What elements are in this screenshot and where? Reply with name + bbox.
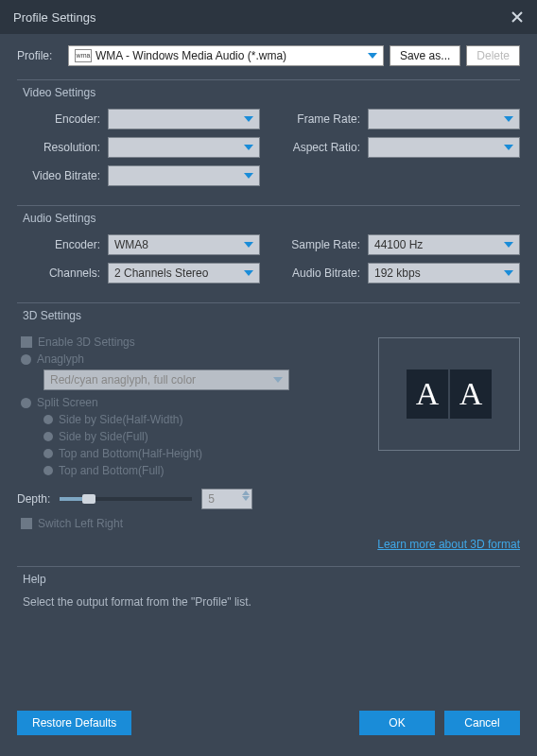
split-screen-radio[interactable]: Split Screen [21,396,363,409]
chevron-down-icon [244,270,253,276]
sample-rate-label: Sample Rate: [277,238,368,251]
slider-thumb-icon [82,494,95,504]
chevron-down-icon [273,377,283,383]
video-bitrate-label: Video Bitrate: [17,169,108,182]
channels-select[interactable]: 2 Channels Stereo [108,263,260,284]
radio-icon [43,415,53,424]
resolution-label: Resolution: [17,141,108,154]
learn-more-3d-link[interactable]: Learn more about 3D format [377,538,520,551]
3d-preview: A A [378,337,520,451]
radio-icon [21,398,31,408]
sbs-half-radio[interactable]: Side by Side(Half-Width) [43,413,363,426]
preview-left-a: A [407,369,448,419]
spinner-down-icon [242,496,250,501]
ok-button[interactable]: OK [359,711,435,735]
chevron-down-icon [244,173,253,179]
checkbox-icon [21,336,32,348]
tab-full-radio[interactable]: Top and Bottom(Full) [43,464,363,477]
video-settings-section: Video Settings Encoder: Resolution: Vide… [17,79,520,194]
sample-rate-select[interactable]: 44100 Hz [368,234,520,255]
bottom-bar: Restore Defaults OK Cancel [0,697,537,756]
anaglyph-mode-select: Red/cyan anaglyph, full color [43,369,289,390]
channels-label: Channels: [17,266,108,280]
frame-rate-select[interactable] [368,109,520,129]
switch-lr-checkbox[interactable]: Switch Left Right [21,517,520,530]
radio-icon [43,432,53,441]
video-section-title: Video Settings [23,86,520,99]
aspect-ratio-select[interactable] [368,137,520,158]
video-encoder-label: Encoder: [17,112,108,126]
resolution-select[interactable] [108,137,260,158]
3d-settings-section: 3D Settings Enable 3D Settings Anaglyph … [17,302,520,551]
radio-icon [21,354,31,365]
audio-bitrate-label: Audio Bitrate: [277,266,368,280]
anaglyph-radio[interactable]: Anaglyph [21,352,363,366]
profile-row: Profile: wma WMA - Windows Media Audio (… [17,45,520,66]
radio-icon [43,466,53,475]
preview-right-a: A [450,369,492,419]
sbs-full-radio[interactable]: Side by Side(Full) [43,430,363,443]
profile-label: Profile: [17,49,62,62]
enable-3d-checkbox[interactable]: Enable 3D Settings [21,335,363,349]
profile-select[interactable]: wma WMA - Windows Media Audio (*.wma) [68,45,384,66]
chevron-down-icon [244,145,253,150]
depth-spinner[interactable]: 5 [201,489,252,509]
help-text: Select the output format from the "Profi… [23,595,514,609]
audio-encoder-label: Encoder: [17,238,108,251]
wma-icon: wma [75,49,92,62]
video-encoder-select[interactable] [108,109,260,129]
depth-slider[interactable] [60,497,192,501]
spinner-up-icon [242,490,250,495]
chevron-down-icon [368,53,377,59]
audio-bitrate-select[interactable]: 192 kbps [368,263,520,284]
checkbox-icon [21,518,32,529]
delete-button: Delete [466,45,520,66]
help-section: Help Select the output format from the "… [17,566,520,609]
frame-rate-label: Frame Rate: [277,112,368,126]
chevron-down-icon [504,270,513,276]
radio-icon [43,449,53,458]
3d-section-title: 3D Settings [23,309,520,322]
save-as-button[interactable]: Save as... [390,45,460,66]
window-title: Profile Settings [13,10,511,25]
restore-defaults-button[interactable]: Restore Defaults [17,711,131,735]
chevron-down-icon [504,116,513,122]
video-bitrate-select[interactable] [108,165,260,186]
audio-section-title: Audio Settings [23,212,520,225]
cancel-button[interactable]: Cancel [444,711,520,735]
chevron-down-icon [504,145,513,150]
titlebar: Profile Settings [0,0,537,34]
audio-settings-section: Audio Settings Encoder: WMA8 Channels: 2… [17,205,520,291]
audio-encoder-select[interactable]: WMA8 [108,234,260,255]
close-icon[interactable] [511,10,524,24]
chevron-down-icon [244,242,253,248]
profile-value: WMA - Windows Media Audio (*.wma) [95,49,286,62]
help-title: Help [23,573,520,586]
tab-half-radio[interactable]: Top and Bottom(Half-Height) [43,447,363,460]
chevron-down-icon [504,242,513,248]
chevron-down-icon [244,116,253,122]
aspect-ratio-label: Aspect Ratio: [277,141,368,154]
depth-label: Depth: [17,492,50,506]
